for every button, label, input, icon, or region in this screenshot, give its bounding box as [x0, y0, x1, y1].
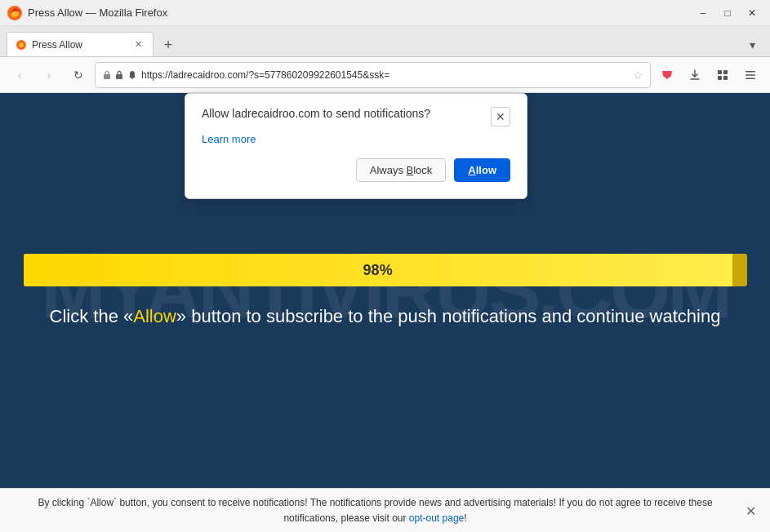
forward-button[interactable]: ›	[36, 62, 62, 88]
tabbar: Press Allow ✕ + ▾	[0, 26, 770, 57]
back-button[interactable]: ‹	[7, 62, 33, 88]
svg-rect-9	[718, 76, 722, 80]
bottom-banner: By clicking `Allow` button, you consent …	[0, 488, 770, 532]
progress-percent-label: 98%	[363, 262, 393, 279]
popup-header: Allow ladrecaidroo.com to send notificat…	[202, 107, 510, 126]
progress-container: 98%	[24, 254, 747, 286]
notification-popup: Allow ladrecaidroo.com to send notificat…	[185, 93, 527, 199]
bookmark-icon[interactable]: ☆	[633, 69, 643, 82]
svg-rect-5	[116, 74, 122, 79]
always-block-button[interactable]: Always Block	[356, 158, 447, 182]
downloads-button[interactable]	[682, 62, 708, 88]
address-bar[interactable]: https://ladrecaidroo.com/?s=577860209922…	[95, 62, 651, 88]
active-tab[interactable]: Press Allow ✕	[7, 32, 154, 56]
allow-text-highlight: Allow	[133, 306, 176, 326]
learn-more-link[interactable]: Learn more	[202, 133, 510, 145]
progress-bar-background: 98%	[24, 254, 747, 286]
instruction-text-after: » button to subscribe to the push notifi…	[176, 306, 721, 326]
close-window-button[interactable]: ✕	[741, 3, 763, 23]
svg-point-3	[19, 42, 24, 47]
tab-favicon-icon	[16, 39, 27, 51]
popup-title: Allow ladrecaidroo.com to send notificat…	[202, 107, 491, 120]
window-controls: – □ ✕	[692, 3, 763, 23]
svg-rect-6	[131, 78, 134, 79]
progress-bar-fill: 98%	[24, 254, 732, 286]
svg-rect-12	[746, 74, 755, 76]
lock-icon	[114, 70, 124, 80]
svg-rect-7	[718, 70, 722, 74]
extensions-button[interactable]	[710, 62, 736, 88]
firefox-logo-icon	[7, 5, 23, 21]
banner-clicking-word: clicking	[52, 497, 84, 508]
notification-permissions-icon	[127, 69, 138, 81]
titlebar: Press Allow — Mozilla Firefox – □ ✕	[0, 0, 770, 26]
banner-text-end: !	[464, 512, 466, 524]
secure-connection-icon	[102, 70, 112, 80]
titlebar-left: Press Allow — Mozilla Firefox	[7, 5, 167, 21]
svg-rect-10	[723, 76, 728, 80]
popup-close-button[interactable]: ✕	[491, 107, 510, 126]
address-bar-icons	[102, 69, 138, 81]
always-block-label: Always Block	[370, 164, 433, 176]
banner-text-middle: `Allow` button, you consent to receive n…	[84, 497, 713, 524]
svg-rect-8	[723, 70, 728, 74]
reload-button[interactable]: ↻	[65, 62, 91, 88]
tab-list-button[interactable]: ▾	[741, 33, 763, 56]
url-text: https://ladrecaidroo.com/?s=577860209922…	[141, 69, 630, 81]
svg-rect-13	[746, 78, 755, 79]
toolbar-right	[654, 62, 763, 88]
pocket-button[interactable]	[654, 62, 680, 88]
window-title: Press Allow — Mozilla Firefox	[28, 7, 167, 19]
navbar: ‹ › ↻ https://ladrecaidroo.com/?s=577860…	[0, 57, 770, 93]
minimize-button[interactable]: –	[692, 3, 714, 23]
allow-label: Allow	[468, 164, 496, 176]
more-tools-button[interactable]	[737, 62, 763, 88]
allow-button[interactable]: Allow	[454, 158, 510, 182]
hamburger-menu-icon	[744, 69, 757, 82]
tab-label: Press Allow	[32, 39, 82, 51]
instruction-text-before: Click the «	[50, 306, 134, 326]
tab-close-button[interactable]: ✕	[131, 38, 145, 51]
popup-buttons: Always Block Allow	[202, 158, 510, 182]
main-instruction-text: Click the «Allow» button to subscribe to…	[50, 306, 721, 327]
opt-out-link[interactable]: opt-out page	[409, 512, 464, 524]
pocket-icon	[661, 69, 674, 82]
new-tab-button[interactable]: +	[157, 33, 180, 56]
banner-text-by: By	[38, 497, 51, 508]
downloads-icon	[688, 69, 701, 82]
svg-rect-4	[104, 74, 110, 79]
maximize-button[interactable]: □	[716, 3, 739, 23]
banner-close-button[interactable]: ✕	[741, 501, 760, 521]
extensions-icon	[716, 69, 729, 82]
svg-rect-11	[746, 71, 755, 73]
